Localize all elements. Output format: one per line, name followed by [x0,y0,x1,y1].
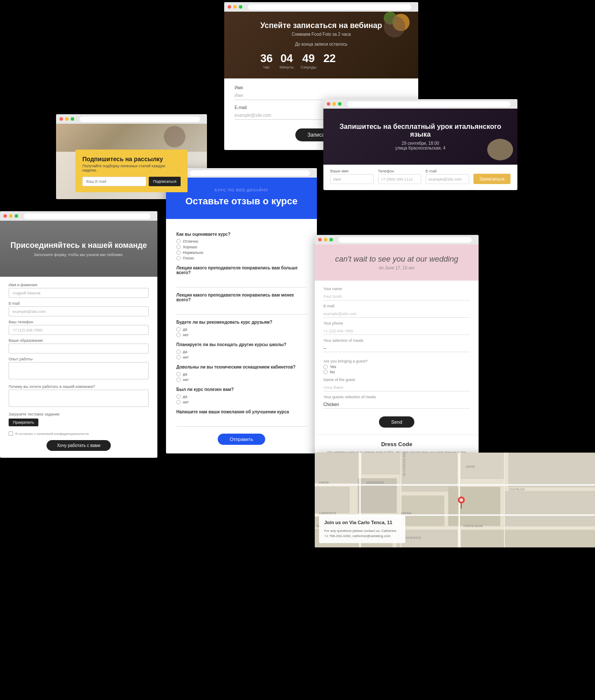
italian-email-input[interactable] [426,174,469,184]
wedding-guest-yes-radio[interactable] [323,365,328,369]
feedback-radio-yes6[interactable] [176,372,181,376]
svg-rect-10 [504,491,595,526]
newsletter-email-input[interactable] [82,177,146,186]
feedback-form: Как вы оцениваете курс? Отлично Хорошо Н… [166,219,317,453]
feedback-option-normal-label: Нормально [183,250,204,255]
window-titlebar [166,168,317,178]
team-submit-button[interactable]: Хочу работать с вами [47,440,110,451]
timer-minutes-label: Минуты [280,65,294,69]
dress-code-title: Dress Code [323,441,470,447]
close-dot [228,5,231,9]
timer-hours: 36 Час [260,52,273,69]
wedding-email-input[interactable] [323,310,470,318]
feedback-submit-button[interactable]: Отправить [218,434,266,445]
url-bar [190,170,310,176]
feedback-radio-no4[interactable] [176,333,181,337]
wedding-guest-meal-select[interactable]: Chicken Fish Vegetarian [323,401,470,409]
wedding-guest-name-input[interactable] [323,384,470,391]
wedding-meal-select[interactable]: -- Option 1 Option 2 [323,344,470,352]
italian-submit-button[interactable]: Записаться [473,174,510,184]
feedback-option-no5: нет [176,355,307,359]
team-education-input[interactable] [9,344,149,353]
close-dot [327,102,330,106]
close-dot [60,117,63,121]
team-job-field: Опыт работы [9,357,149,381]
team-phone-label: Ваш телефон [9,320,149,324]
feedback-q6: Довольны ли вы техническим оснащением ка… [176,365,307,369]
italian-name-label: Ваше имя [330,169,374,173]
feedback-radio-no6[interactable] [176,378,181,382]
feedback-q5: Планируете ли вы посещать другие курсы ш… [176,342,307,347]
webinar-name-input[interactable] [235,91,408,100]
italian-address: улица Красносельская, 4 [332,146,509,150]
wedding-guest-no-radio[interactable] [323,370,328,374]
wedding-guest-label: Are you bringing a guest? [323,359,470,363]
feedback-radio-bad[interactable] [176,256,181,260]
feedback-option-no7: нет [176,400,307,404]
svg-text:SARNI: SARNI [466,465,475,468]
feedback-hero: КУРС ПО ВЕБ-ДИЗАЙНУ Оставьте отзыв о кур… [166,178,317,219]
team-privacy-checkbox[interactable] [9,431,13,436]
italian-phone-input[interactable] [378,174,422,184]
newsletter-hero-top [56,124,207,152]
italian-date: 29 сентября, 18:00 [332,141,509,146]
feedback-q3: Лекции какого преподавателя понравились … [176,293,307,302]
team-upload-area: Загрузите тестовое задание Прикрепить [9,412,149,429]
team-privacy-label: Я согласен с политикой конфиденциальност… [15,432,89,436]
feedback-q1-options: Отлично Хорошо Нормально Плохо [176,239,307,260]
italian-email-field: E-mail [426,169,469,184]
team-upload-button[interactable]: Прикрепить [9,419,38,426]
team-phone-input[interactable] [9,325,149,335]
wedding-phone-field: Your phone [323,321,470,335]
feedback-q4: Будете ли вы рекомендовать курс друзьям? [176,320,307,325]
feedback-radio-no7[interactable] [176,400,181,404]
feedback-q8-input[interactable] [176,419,307,427]
maximize-dot [239,5,242,9]
team-name-field: Имя и фамилия [9,283,149,298]
feedback-radio-yes7[interactable] [176,394,181,399]
feedback-radio-excellent[interactable] [176,239,181,244]
team-why-textarea[interactable] [9,390,149,407]
feedback-radio-yes4[interactable] [176,327,181,331]
wedding-send-button[interactable]: Send [379,416,414,428]
team-job-textarea[interactable] [9,362,149,379]
coffee-image [56,124,207,152]
timer-seconds: 49 Секунды [301,52,316,69]
newsletter-submit-button[interactable]: Подписаться [149,177,181,186]
feedback-option-no4-label: нет [183,333,189,337]
newsletter-form: Подпишитесь на рассылку Получайте подбор… [75,150,188,192]
feedback-q7: Был ли курс полезен вам? [176,387,307,392]
wedding-guest-meal-label: Your guests selection of meals [323,395,470,399]
italian-hero: Запишитесь на бесплатный урок итальянско… [323,109,517,165]
wedding-hero: can't wait to see you at our wedding on … [315,244,479,281]
newsletter-card: Подпишитесь на рассылку Получайте подбор… [56,114,207,199]
team-name-input[interactable] [9,288,149,298]
feedback-radio-normal[interactable] [176,250,181,255]
window-titlebar [0,211,157,221]
timer-extra: 22 [323,52,336,69]
coffee-cup-decoration [164,126,185,147]
feedback-radio-good[interactable] [176,245,181,249]
feedback-q2: Лекции какого преподавателя понравились … [176,266,307,275]
feedback-radio-yes5[interactable] [176,350,181,354]
map-card: FARINI MARGHERA TA CORTINA SABAUDA SARNI… [315,453,595,547]
wedding-email-field: E-mail [323,304,470,318]
feedback-option-yes4-label: да [183,327,187,331]
team-email-input[interactable] [9,306,149,316]
webinar-timer: 36 Час 04 Минуты 49 Секунды 22 [260,52,382,69]
svg-text:PORTA NOVA: PORTA NOVA [463,525,483,528]
wedding-phone-input[interactable] [323,327,470,335]
feedback-q3-input[interactable] [176,306,307,315]
url-bar [248,4,411,10]
feedback-radio-no5[interactable] [176,355,181,359]
feedback-q2-input[interactable] [176,279,307,288]
wedding-name-input[interactable] [323,293,470,300]
url-bar [80,116,200,122]
italian-name-input[interactable] [330,174,374,184]
wedding-title: can't wait to see you at our wedding [325,255,468,264]
feedback-q6-options: да нет [176,372,307,382]
wedding-guest-no-text: No [330,370,335,374]
feedback-option-yes5: да [176,350,307,354]
wedding-name-field: Your name [323,287,470,300]
webinar-hero-content: Успейте записаться на вебинар Снимаем Fo… [260,21,382,69]
